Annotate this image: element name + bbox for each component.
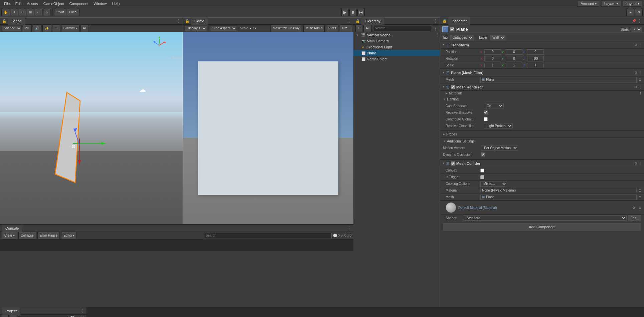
mr-context-icon[interactable]: ⋮: [639, 85, 642, 89]
collapse-button[interactable]: Collapse: [18, 232, 36, 239]
probes-header[interactable]: ▶ Probes: [440, 131, 644, 137]
mat-settings-icon[interactable]: ⚙: [632, 206, 635, 210]
scene-more-btn[interactable]: ⋯: [52, 25, 60, 32]
rect-tool[interactable]: ▭: [35, 9, 42, 16]
display-dropdown[interactable]: Display 1: [184, 25, 207, 31]
mc-settings-icon[interactable]: ⚙: [634, 162, 637, 165]
cast-shadows-dropdown[interactable]: On: [484, 103, 504, 108]
cloud-icon-button[interactable]: ☁: [626, 9, 634, 16]
shading-dropdown[interactable]: Shaded: [1, 25, 22, 31]
mr-enable-checkbox[interactable]: [451, 85, 455, 89]
menu-gameobject[interactable]: GameObject: [41, 0, 67, 7]
hierarchy-all-btn[interactable]: All: [363, 25, 372, 32]
receive-shadows-checkbox[interactable]: [484, 110, 488, 114]
mesh-filter-header[interactable]: ▼ ⊞ Plane (Mesh Filter) ⚙ ⋮: [440, 69, 644, 76]
mesh-renderer-header[interactable]: ▼ ⊞ Mesh Renderer ⚙ ⋮: [440, 83, 644, 91]
aspect-dropdown[interactable]: Free Aspect: [210, 25, 237, 31]
menu-file[interactable]: File: [1, 0, 13, 7]
inspector-checkbox[interactable]: [450, 27, 454, 31]
mf-context-icon[interactable]: ⋮: [639, 71, 642, 74]
gizmos-game-btn[interactable]: Giz...: [340, 25, 352, 32]
local-button[interactable]: Local: [67, 9, 79, 16]
materials-arrow[interactable]: ▶: [446, 92, 448, 95]
static-dropdown[interactable]: ▾: [632, 27, 642, 32]
menu-help[interactable]: Help: [109, 0, 122, 7]
effects-toggle[interactable]: ✨: [42, 25, 51, 32]
project-tab[interactable]: Project: [2, 307, 20, 315]
shader-dropdown[interactable]: Standard: [464, 215, 627, 221]
hierarchy-overflow[interactable]: ⋮: [433, 26, 438, 31]
clear-button[interactable]: Clear ▾: [2, 232, 17, 239]
panel-menu-icon-game[interactable]: ⋮: [347, 18, 351, 24]
pos-z-input[interactable]: [527, 49, 544, 55]
pause-button[interactable]: ⏸: [349, 9, 357, 16]
panel-menu-icon-hier[interactable]: ⋮: [433, 18, 438, 24]
menu-assets[interactable]: Assets: [24, 0, 41, 7]
menu-window[interactable]: Window: [91, 0, 109, 7]
layout-button[interactable]: Layout ▾: [623, 1, 643, 7]
pos-x-input[interactable]: [484, 49, 501, 55]
rot-x-input[interactable]: [484, 56, 501, 61]
stats-btn[interactable]: Stats: [326, 25, 338, 32]
audio-toggle[interactable]: 🔊: [33, 25, 41, 32]
material-name[interactable]: Default-Material (Material): [458, 206, 630, 210]
mesh-collider-header[interactable]: ▼ ⊞ Mesh Collider ⚙ ⋮: [440, 160, 644, 167]
transform-header[interactable]: ▼ ⊹ Transform ⚙ ⋮: [440, 41, 644, 49]
hierarchy-add-btn[interactable]: +: [355, 25, 362, 32]
project-add-btn[interactable]: +: [2, 315, 9, 317]
tag-dropdown[interactable]: Untagged: [450, 35, 474, 40]
add-component-button[interactable]: Add Component: [443, 223, 641, 231]
pos-y-input[interactable]: [506, 49, 522, 55]
sync-icon[interactable]: ↺: [76, 316, 79, 317]
mc-context-icon[interactable]: ⋮: [639, 162, 642, 165]
hierarchy-item-camera[interactable]: 📷 Main Camera: [353, 38, 440, 44]
cooking-options-dropdown[interactable]: Mixed...: [480, 181, 507, 187]
scene-overflow[interactable]: ⋮: [436, 33, 440, 37]
console-search[interactable]: [204, 233, 332, 238]
layer-dropdown[interactable]: Wall: [490, 35, 505, 40]
play-button[interactable]: ▶: [341, 9, 349, 16]
step-button[interactable]: ⏭: [357, 9, 365, 16]
project-menu-btn[interactable]: ▾: [10, 315, 16, 317]
error-pause-button[interactable]: Error Pause: [37, 232, 60, 239]
maximize-on-play[interactable]: Maximize On Play: [270, 25, 302, 32]
convex-checkbox[interactable]: [480, 169, 484, 173]
mf-settings-icon[interactable]: ⚙: [634, 71, 637, 74]
context-icon[interactable]: ⋮: [639, 43, 642, 47]
move-tool[interactable]: ✛: [11, 9, 18, 16]
layers-button[interactable]: Layers ▾: [601, 1, 621, 7]
mr-settings-icon[interactable]: ⚙: [634, 85, 637, 89]
motion-vectors-dropdown[interactable]: Per Object Motion: [481, 145, 518, 150]
panel-menu-icon[interactable]: ⋮: [176, 18, 181, 24]
mesh-select-icon[interactable]: ⊙: [639, 78, 641, 81]
pivot-button[interactable]: Pivot: [54, 9, 66, 16]
edit-button[interactable]: Edit...: [628, 215, 641, 221]
hierarchy-search[interactable]: [373, 26, 432, 31]
2d-toggle[interactable]: 2D: [23, 25, 32, 32]
menu-edit[interactable]: Edit: [13, 0, 24, 7]
dynamic-occlusion-checkbox[interactable]: [481, 152, 485, 156]
project-search[interactable]: [18, 316, 68, 317]
gizmos-btn[interactable]: Gizmos ▾: [61, 25, 79, 32]
editor-button[interactable]: Editor ▾: [61, 232, 77, 239]
panel-menu-icon-console[interactable]: ⋮: [347, 226, 351, 231]
save-to-disk-icon[interactable]: 💾: [70, 316, 75, 317]
collider-mat-select[interactable]: ⊙: [639, 189, 641, 192]
rot-y-input[interactable]: [506, 56, 522, 61]
lighting-header[interactable]: ▼ Lighting: [443, 96, 641, 102]
transform-tool[interactable]: ⊹: [43, 9, 50, 16]
rotate-tool[interactable]: ↻: [19, 9, 26, 16]
hierarchy-scene-root[interactable]: ▼ 🎬 SampleScene ⋮: [353, 32, 440, 38]
scale-z-input[interactable]: [527, 63, 544, 68]
project-overflow[interactable]: ⋮: [80, 308, 85, 314]
hierarchy-item-gameobject[interactable]: ⬜ GameObject: [353, 56, 440, 62]
is-trigger-checkbox[interactable]: [480, 175, 484, 179]
additional-header[interactable]: ▼ Additional Settings: [440, 138, 644, 144]
game-tab[interactable]: Game: [191, 17, 208, 25]
mat-select-icon[interactable]: ⊙: [639, 206, 641, 210]
hierarchy-item-light[interactable]: ☀ Directional Light: [353, 44, 440, 50]
inspector-tab[interactable]: Inspector: [448, 17, 470, 25]
account-button[interactable]: Account ▾: [578, 1, 600, 7]
mute-audio[interactable]: Mute Audio: [303, 25, 325, 32]
console-tab[interactable]: Console: [2, 225, 22, 232]
